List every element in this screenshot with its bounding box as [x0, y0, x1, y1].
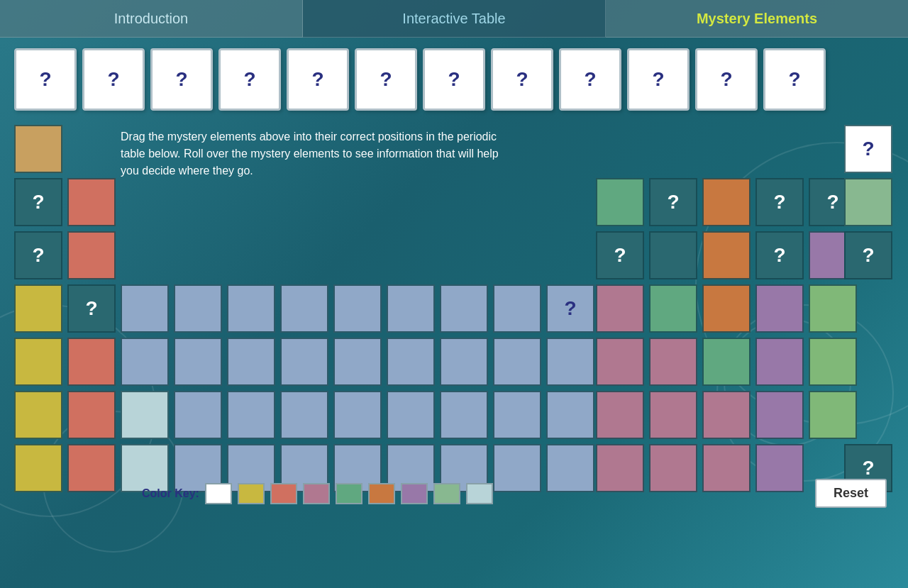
cell-hg[interactable] — [596, 391, 644, 439]
cell-mc[interactable] — [755, 444, 804, 492]
cell-fr[interactable] — [14, 444, 62, 492]
cell-in[interactable] — [649, 338, 697, 386]
mystery-card-2[interactable]: ? — [82, 48, 145, 111]
cell-po[interactable] — [809, 391, 857, 439]
cell-tl[interactable] — [649, 391, 697, 439]
info-text: Drag the mystery elements above into the… — [121, 128, 511, 179]
cell-fe[interactable] — [387, 284, 435, 333]
mystery-card-5[interactable]: ? — [287, 48, 349, 111]
cell-b[interactable] — [596, 178, 644, 226]
cell-sb[interactable] — [755, 338, 804, 386]
cell-pb[interactable] — [702, 391, 751, 439]
cell-cr[interactable] — [280, 284, 328, 333]
mystery-card-3[interactable]: ? — [150, 48, 213, 111]
cell-ga[interactable] — [649, 284, 697, 333]
mystery-card-1[interactable]: ? — [14, 48, 77, 111]
cell-si[interactable] — [649, 231, 697, 279]
mystery-cards-row: ? ? ? ? ? ? ? ? ? ? ? ? — [14, 48, 894, 111]
cell-ni[interactable] — [493, 284, 541, 333]
cell-te[interactable] — [809, 338, 857, 386]
cell-au[interactable] — [546, 391, 594, 439]
cell-ir[interactable] — [440, 391, 488, 439]
mystery-card-6[interactable]: ? — [355, 48, 417, 111]
cell-co[interactable] — [440, 284, 488, 333]
cell-n[interactable] — [702, 178, 751, 226]
swatch-mauve — [303, 483, 330, 504]
cell-be[interactable] — [67, 178, 116, 226]
cell-w[interactable] — [280, 391, 328, 439]
cell-he[interactable]: ? — [844, 125, 892, 173]
cell-li[interactable]: ? — [14, 178, 62, 226]
cell-h[interactable] — [14, 125, 62, 173]
cell-nh[interactable] — [649, 444, 697, 492]
cell-sc[interactable] — [121, 284, 169, 333]
color-key: Color Key: — [142, 483, 493, 504]
cell-mg[interactable] — [67, 231, 116, 279]
cell-cs[interactable] — [14, 391, 62, 439]
tab-mystery-elements[interactable]: Mystery Elements — [606, 0, 908, 38]
swatch-salmon — [270, 483, 297, 504]
cell-tc[interactable] — [333, 338, 382, 386]
cell-sr[interactable] — [67, 338, 116, 386]
swatch-yellow — [238, 483, 265, 504]
cell-k[interactable] — [14, 284, 62, 333]
cell-re[interactable] — [333, 391, 382, 439]
tab-introduction[interactable]: Introduction — [0, 0, 303, 38]
cell-y[interactable] — [121, 338, 169, 386]
cell-nb[interactable] — [227, 338, 275, 386]
cell-na[interactable]: ? — [14, 231, 62, 279]
cell-cu[interactable]: ? — [546, 284, 594, 333]
cell-os[interactable] — [387, 391, 435, 439]
cell-al[interactable]: ? — [596, 231, 644, 279]
cell-cn[interactable] — [596, 444, 644, 492]
swatch-white — [205, 483, 232, 504]
mystery-card-7[interactable]: ? — [423, 48, 485, 111]
cell-ra[interactable] — [67, 444, 116, 492]
cell-ba[interactable] — [67, 391, 116, 439]
cell-ar[interactable]: ? — [844, 231, 892, 279]
cell-o[interactable]: ? — [755, 178, 804, 226]
swatch-blue-pale — [466, 483, 493, 504]
tab-interactive-table[interactable]: Interactive Table — [303, 0, 606, 38]
cell-ds[interactable] — [493, 444, 541, 492]
cell-rg[interactable] — [546, 444, 594, 492]
cell-ti[interactable] — [174, 284, 222, 333]
cell-ge[interactable] — [702, 284, 751, 333]
cell-c[interactable]: ? — [649, 178, 697, 226]
cell-sn[interactable] — [702, 338, 751, 386]
mystery-card-10[interactable]: ? — [627, 48, 690, 111]
cell-ag[interactable] — [546, 338, 594, 386]
mystery-card-11[interactable]: ? — [695, 48, 758, 111]
cell-ca[interactable]: ? — [67, 284, 116, 333]
cell-v[interactable] — [227, 284, 275, 333]
mystery-card-12[interactable]: ? — [763, 48, 826, 111]
swatch-purple — [401, 483, 428, 504]
cell-cd[interactable] — [596, 338, 644, 386]
cell-pd[interactable] — [493, 338, 541, 386]
cell-s[interactable]: ? — [755, 231, 804, 279]
cell-p[interactable] — [702, 231, 751, 279]
cell-rb[interactable] — [14, 338, 62, 386]
swatch-green — [336, 483, 362, 504]
cell-zr[interactable] — [174, 338, 222, 386]
cell-se[interactable] — [809, 284, 857, 333]
cell-ne[interactable] — [844, 178, 892, 226]
cell-rh[interactable] — [440, 338, 488, 386]
cell-ru[interactable] — [387, 338, 435, 386]
cell-ta[interactable] — [227, 391, 275, 439]
cell-hf[interactable] — [174, 391, 222, 439]
cell-mo[interactable] — [280, 338, 328, 386]
reset-button[interactable]: Reset — [815, 479, 887, 508]
swatch-orange — [368, 483, 395, 504]
cell-la[interactable] — [121, 391, 169, 439]
mystery-card-9[interactable]: ? — [559, 48, 621, 111]
mystery-card-4[interactable]: ? — [218, 48, 281, 111]
nav-tabs: Introduction Interactive Table Mystery E… — [0, 0, 908, 38]
cell-mn[interactable] — [333, 284, 382, 333]
cell-zn[interactable] — [596, 284, 644, 333]
mystery-card-8[interactable]: ? — [491, 48, 553, 111]
cell-fl[interactable] — [702, 444, 751, 492]
cell-as[interactable] — [755, 284, 804, 333]
cell-pt[interactable] — [493, 391, 541, 439]
cell-bi[interactable] — [755, 391, 804, 439]
